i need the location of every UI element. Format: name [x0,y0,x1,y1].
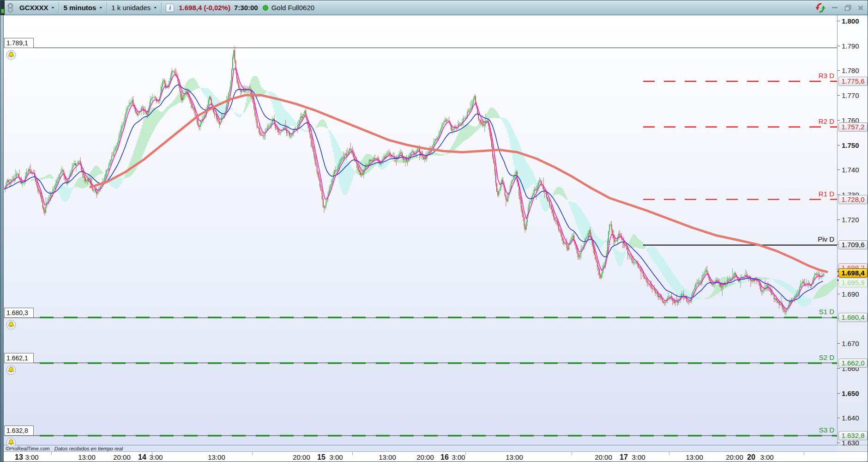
day-label: 15 [317,453,326,462]
pivot-label: S2 D [819,353,835,361]
axis-tick [838,343,840,344]
axis-tick [838,21,840,21]
time-tick [804,452,804,455]
pivot-label: S1 D [819,308,835,316]
pivot-label: R3 D [819,72,834,79]
axis-tick-label: 1.800 [842,17,859,25]
time-label: 20:00 [595,453,612,461]
instrument-label: GCXXXX [19,4,48,12]
level-price-badge: 1.728,0 [838,195,868,204]
axis-tick [838,70,840,71]
price-axis[interactable]: 1.8001.7901.7801.7701.7601.7501.7401.730… [837,15,868,445]
time-tick [252,452,253,455]
axis-tick [838,145,840,146]
time-label: 3:00 [329,453,343,461]
time-label: 13:00 [208,453,225,461]
alert-price-label[interactable]: 1.662,1 [4,353,34,363]
level-price-badge: 1.662,0 [838,359,868,368]
status-bar: ©ProRealTime.com Datos recibidos en tiem… [4,445,837,451]
level-price-badge: 1.695,9 [838,278,868,287]
time-label: 3:00 [149,453,163,461]
link-icon[interactable] [6,3,14,13]
axis-tick [838,120,840,121]
chevron-down-icon: ▼ [153,6,157,9]
market-open-dot-icon [263,5,268,11]
time-label: 3:00 [760,453,773,461]
chevron-down-icon: ▼ [51,6,55,9]
price-chart[interactable]: R3 DR2 DR1 DPiv DS1 DS2 DS3 D [0,0,868,462]
level-price-badge: 1.680,4 [838,313,868,322]
timeframe-selector[interactable]: 5 minutos ▼ [63,4,102,12]
time-axis[interactable]: 133:0013:0020:00143:0013:0020:00153:0013… [4,451,868,462]
axis-tick-label: 1.790 [842,42,859,49]
day-label: 16 [440,453,449,462]
time-tick [572,452,572,455]
axis-tick [838,443,840,443]
time-tick [669,452,669,455]
axis-tick [838,418,840,418]
minimize-icon[interactable] [830,3,840,12]
units-label: 1 k unidades [111,4,151,12]
time-tick [352,452,353,455]
chevron-down-icon: ▼ [99,6,102,9]
price-change: (-0,02%) [204,4,230,12]
info-icon[interactable]: i [166,4,174,12]
units-selector[interactable]: 1 k unidades ▼ [111,4,157,12]
alert-price-label[interactable]: 1.632,8 [4,426,34,436]
axis-tick-label: 1.750 [842,141,859,149]
last-price-and-change: 1.698,4 (-0,02%) [179,4,230,12]
pivot-label: R2 D [819,117,834,125]
time-tick [51,452,52,455]
feed-status-text: Datos recibidos en tiempo real [54,446,123,451]
alert-price-label[interactable]: 1.680,3 [4,308,34,318]
pivot-label: S3 D [819,426,835,434]
timeframe-label: 5 minutos [63,4,96,12]
alarm-bell-icon[interactable] [6,50,16,60]
time-label: 3:00 [632,453,645,461]
alarm-bell-icon[interactable] [6,365,16,375]
instrument-selector[interactable]: GCXXXX ▼ [19,4,54,12]
axis-tick-label: 1.690 [842,290,859,298]
sync-icon[interactable] [814,3,827,12]
axis-tick-label: 1.770 [842,91,859,99]
trading-window: R3 DR2 DR1 DPiv DS1 DS2 DS3 D GCXXXX ▼ 5… [0,0,868,462]
axis-tick [838,393,840,394]
axis-tick [838,170,840,170]
level-price-badge: 1.775,6 [838,77,868,86]
time-label: 20:00 [726,453,743,461]
close-icon[interactable]: × [856,3,866,12]
chart-background [4,15,837,445]
day-label: 14 [138,453,146,462]
restore-icon[interactable] [843,3,853,12]
axis-tick [838,46,840,46]
axis-tick [838,95,840,96]
axis-tick [838,294,840,294]
alert-price-label[interactable]: 1.789,1 [4,38,34,48]
axis-tick-label: 1.650 [842,389,859,397]
toolbar-separator [161,2,162,13]
time-label: 13:00 [379,453,396,461]
level-price-badge: 1.709,6 [838,240,868,249]
time-label: 13:00 [506,453,523,461]
axis-tick-label: 1.780 [842,67,859,74]
time-label: 20:00 [416,453,434,461]
alarm-bell-icon[interactable] [6,438,16,448]
last-price-badge: 1.698,4 [838,268,868,278]
day-label: 17 [620,453,628,462]
contract-name: Gold Full0620 [271,4,314,12]
axis-tick-label: 1.740 [842,166,859,174]
time-label: 13:00 [78,453,96,461]
alarm-bell-icon[interactable] [6,320,16,330]
axis-tick [838,219,840,220]
axis-tick [838,368,840,369]
time-label: 20:00 [113,453,131,461]
time-label: 20:00 [293,453,310,461]
last-price: 1.698,4 [179,4,202,12]
level-price-badge: 1.757,2 [838,122,868,132]
chart-toolbar: GCXXXX ▼ 5 minutos ▼ 1 k unidades ▼ i 1.… [0,0,868,15]
day-label: 20 [747,453,755,462]
toolbar-separator [59,2,59,13]
time-label: 13:00 [686,453,703,461]
toolbar-separator [107,2,107,13]
axis-tick-label: 1.640 [842,414,859,422]
